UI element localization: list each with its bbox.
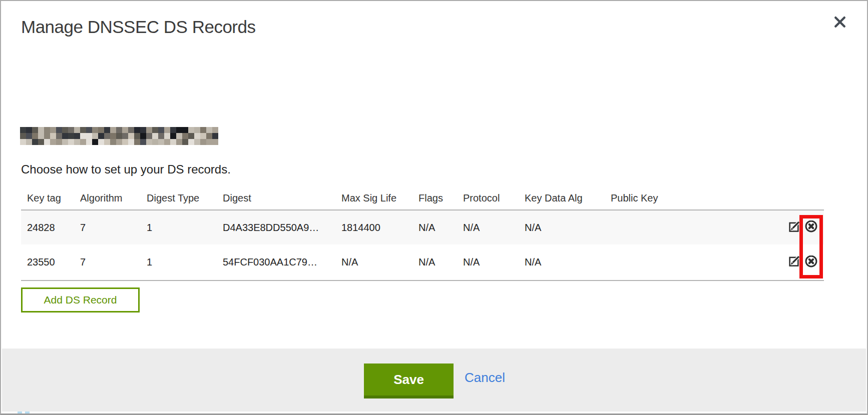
add-ds-record-button[interactable]: Add DS Record <box>21 288 140 312</box>
edit-record-button[interactable] <box>787 220 801 234</box>
table-row: 24828 7 1 D4A33E8DD550A9… 1814400 N/A N/… <box>21 210 824 244</box>
cancel-link[interactable]: Cancel <box>465 370 505 386</box>
delete-circle-x-icon <box>804 256 818 270</box>
column-header-flags: Flags <box>418 192 463 204</box>
cell-protocol: N/A <box>463 256 525 268</box>
close-button[interactable] <box>830 13 850 33</box>
background-artifact <box>25 412 30 414</box>
save-button[interactable]: Save <box>364 364 454 398</box>
table-row: 23550 7 1 54FCF030AA1C79… N/A N/A N/A N/… <box>21 244 824 280</box>
table-header-row: Key tag Algorithm Digest Type Digest Max… <box>21 187 824 210</box>
close-icon <box>832 14 847 32</box>
edit-record-button[interactable] <box>787 256 801 270</box>
cell-algorithm: 7 <box>80 256 147 268</box>
cell-digest: 54FCF030AA1C79… <box>223 256 341 268</box>
cell-algorithm: 7 <box>80 222 147 234</box>
edit-icon <box>788 256 801 270</box>
manage-dnssec-dialog: Manage DNSSEC DS Records Choose how to s… <box>0 0 868 415</box>
cell-flags: N/A <box>418 222 463 234</box>
column-header-algorithm: Algorithm <box>80 192 147 204</box>
redacted-domain <box>20 127 218 145</box>
cell-key-data-alg: N/A <box>525 256 611 268</box>
instruction-text: Choose how to set up your DS records. <box>21 162 231 176</box>
delete-record-button[interactable] <box>804 220 818 234</box>
cell-digest: D4A33E8DD550A9… <box>223 222 341 234</box>
cell-key-tag: 24828 <box>21 222 80 234</box>
row-actions <box>779 220 824 234</box>
column-header-key-tag: Key tag <box>21 192 80 204</box>
cell-max-sig-life: N/A <box>341 256 418 268</box>
cell-digest-type: 1 <box>147 256 223 268</box>
column-header-key-data-alg: Key Data Alg <box>525 192 611 204</box>
column-header-digest-type: Digest Type <box>147 192 223 204</box>
column-header-digest: Digest <box>223 192 341 204</box>
cell-key-data-alg: N/A <box>525 222 611 234</box>
delete-record-button[interactable] <box>804 256 818 270</box>
cell-digest-type: 1 <box>147 222 223 234</box>
delete-circle-x-icon <box>804 220 818 234</box>
background-artifact <box>18 412 22 414</box>
dialog-title: Manage DNSSEC DS Records <box>21 17 255 37</box>
ds-records-table: 24828 7 1 D4A33E8DD550A9… 1814400 N/A N/… <box>21 210 824 281</box>
background-page-strip <box>1 412 867 414</box>
cell-flags: N/A <box>418 256 463 268</box>
dialog-footer: Save Cancel <box>2 348 866 412</box>
column-header-protocol: Protocol <box>463 192 525 204</box>
row-actions <box>779 256 824 270</box>
add-ds-record-label: Add DS Record <box>44 294 117 306</box>
column-header-public-key: Public Key <box>611 192 779 204</box>
cell-max-sig-life: 1814400 <box>341 222 418 234</box>
edit-icon <box>788 220 801 234</box>
column-header-max-sig-life: Max Sig Life <box>341 192 418 204</box>
cell-key-tag: 23550 <box>21 256 80 268</box>
cell-protocol: N/A <box>463 222 525 234</box>
